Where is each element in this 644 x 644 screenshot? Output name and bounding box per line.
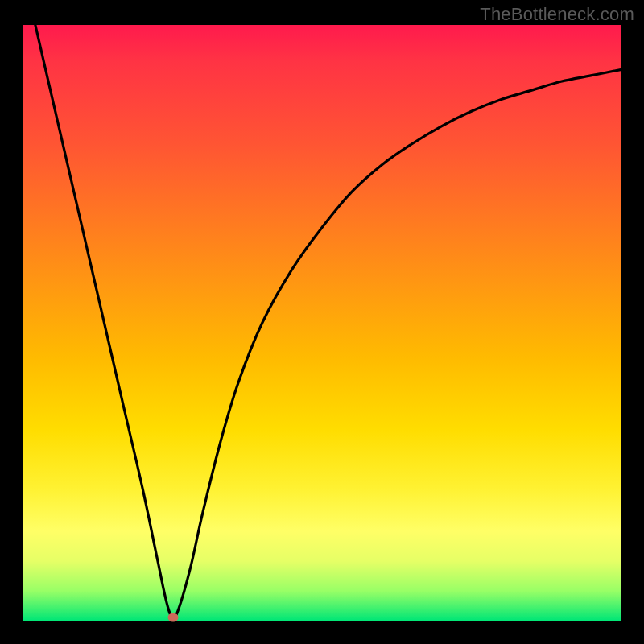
bottleneck-curve — [35, 25, 621, 618]
watermark-text: TheBottleneck.com — [480, 4, 634, 25]
plot-area — [23, 25, 621, 621]
optimal-marker — [167, 613, 178, 622]
curve-svg — [23, 25, 621, 621]
chart-frame: TheBottleneck.com — [0, 0, 644, 644]
